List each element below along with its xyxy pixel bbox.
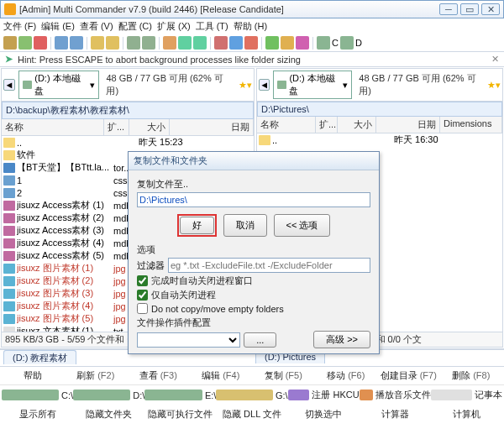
fkey-button[interactable]: 刷新 (F2) [65,369,128,382]
launcher-button[interactable]: 播放音乐文件 [360,389,431,401]
file-icon [3,201,15,211]
toolbar-icon[interactable] [106,36,119,50]
launcher-button[interactable]: C:\ [2,389,73,401]
drive-icon [277,81,286,89]
skip-empty-checkbox[interactable] [137,303,148,314]
launcher-icon [431,390,472,400]
tab-left[interactable]: (D:) 教程素材 [3,350,76,364]
toolbar-icon[interactable] [18,36,32,50]
plugin-more-button[interactable]: ... [244,332,276,348]
options-toggle-button[interactable]: << 选项 [274,214,331,237]
copy-dialog: 复制文件和文件夹 复制文件至.. 好 取消 << 选项 选项 过滤器 完成时自动… [128,151,380,354]
toolbar-icon[interactable] [229,36,243,50]
column-headers[interactable]: 名称 扩... 大小 日期 [2,119,254,136]
menu-item[interactable]: 扩展 (X) [157,20,191,33]
toolbar-icon[interactable] [34,36,47,50]
menu-item[interactable]: 编辑 (E) [41,20,75,33]
menu-item[interactable]: 查看 (V) [80,20,113,33]
favorite-icon[interactable]: ★▾ [239,80,252,91]
minimize-button[interactable]: ─ [439,3,458,15]
filter-button[interactable]: 隐藏文件夹 [73,408,144,421]
auto-close-checkbox[interactable] [137,275,148,286]
file-icon [3,213,15,223]
launcher-icon [2,390,59,400]
options-label: 选项 [137,243,370,256]
file-icon [3,251,15,261]
drive-c-icon[interactable] [317,36,330,50]
hint-bar: ➤ Hint: Press ESCAPE to abort background… [0,52,504,67]
close-hint-icon[interactable]: ✕ [491,54,499,65]
footer: 帮助 刷新 (F2)查看 (F3)编辑 (F4)复制 (F5)移动 (F6)创建… [0,366,504,424]
launcher-icon [144,390,202,400]
file-row[interactable]: ..昨天 15:23 [2,136,254,149]
file-icon [3,163,15,173]
only-auto-close-checkbox[interactable] [137,290,148,301]
filter-label: 过滤器 [137,259,165,272]
toolbar-icon[interactable] [3,36,17,50]
drive-d-icon[interactable] [340,36,354,50]
nav-back-button[interactable]: ◄ [3,79,15,91]
filter-button[interactable]: 隐藏可执行文件 [144,408,216,421]
toolbar-icon[interactable] [142,36,155,50]
close-button[interactable]: ✕ [481,3,500,15]
fkey-button[interactable]: 创建目录 (F7) [377,369,440,382]
destination-input[interactable] [137,192,370,207]
drive-selector[interactable]: (D:) 本地磁盘 ▾ [273,71,352,99]
menu-item[interactable]: 帮助 (H) [234,20,267,33]
filter-input[interactable] [168,258,370,273]
filter-button[interactable]: 计算器 [360,408,431,421]
menu-item[interactable]: 工具 (T) [196,20,228,33]
launcher-button[interactable]: E:\ [144,389,216,401]
toolbar-icon[interactable] [244,36,258,50]
toolbar-icon[interactable] [281,36,294,50]
column-headers[interactable]: 名称 扩... 大小 日期 Dimensions [257,117,502,133]
toolbar-icon[interactable] [265,36,279,50]
toolbar-icon[interactable] [91,36,104,50]
file-icon [3,289,15,299]
file-icon [3,188,15,198]
file-icon [3,301,15,311]
menu-item[interactable]: 文件 (F) [3,20,36,33]
maximize-button[interactable]: ▭ [460,3,479,15]
launcher-button[interactable]: 记事本 [431,389,502,401]
fkey-button[interactable]: 查看 (F3) [127,369,190,382]
plugin-select[interactable] [137,332,240,348]
file-icon [3,276,15,286]
toolbar-icon[interactable] [55,36,68,50]
ok-button[interactable]: 好 [180,217,214,234]
toolbar-icon[interactable] [214,36,228,50]
favorite-icon[interactable]: ★▾ [487,80,501,91]
drive-space: 48 GB / 77 GB 可用 (62% 可用) [106,72,232,97]
nav-back-button[interactable]: ◄ [259,79,270,91]
drive-selector[interactable]: (D:) 本地磁盘 ▾ [18,71,100,99]
menu-item[interactable]: 配置 (C) [118,20,152,33]
launcher-button[interactable]: D:\ [73,389,144,401]
plugins-label: 文件操作插件配置 [137,316,370,329]
advanced-button[interactable]: 高级 >> [313,331,370,348]
filter-button[interactable]: 隐藏 DLL 文件 [216,408,287,421]
toolbar-icon[interactable] [163,36,176,50]
path-bar-right[interactable]: D:\Pictures\ [257,102,502,117]
app-icon [4,3,16,15]
main-toolbar: C D [0,34,504,52]
filter-button[interactable]: 切换选中 [288,408,360,421]
toolbar-icon[interactable] [70,36,83,50]
fkey-button[interactable]: 移动 (F6) [315,369,378,382]
filter-button[interactable]: 计算机 [431,408,502,421]
fkey-button[interactable]: 复制 (F5) [252,369,315,382]
filter-button[interactable]: 显示所有 [2,408,73,421]
fkey-button[interactable]: 帮助 [2,369,65,382]
cancel-button[interactable]: 取消 [223,214,267,237]
path-bar-left[interactable]: D:\backup\教程素材\教程素材\ [2,102,254,119]
toolbar-icon[interactable] [127,36,140,50]
file-row[interactable]: ..昨天 16:30 [257,133,502,146]
file-icon [3,175,15,186]
fkey-button[interactable]: 删除 (F8) [440,369,503,382]
toolbar-icon[interactable] [193,36,207,50]
toolbar-icon[interactable] [296,36,309,50]
toolbar-icon[interactable] [178,36,192,50]
file-icon [3,138,15,148]
launcher-button[interactable]: 注册 HKCU [288,389,360,401]
launcher-button[interactable]: G:\ [216,389,287,401]
fkey-button[interactable]: 编辑 (F4) [190,369,253,382]
